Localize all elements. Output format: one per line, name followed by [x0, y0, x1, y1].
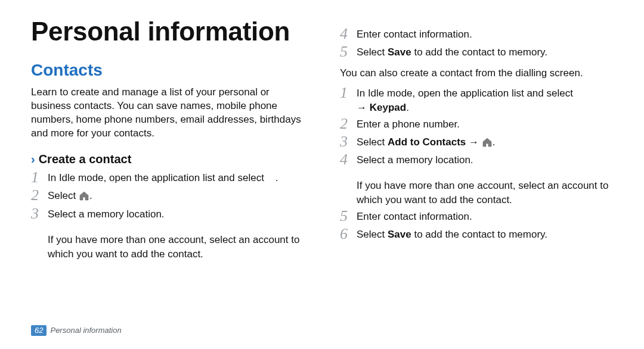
section-intro: Learn to create and manage a list of you… — [31, 86, 304, 141]
step-number: 4 — [340, 26, 357, 42]
subheading-text: Create a contact — [39, 152, 132, 166]
step-body: In Idle mode, open the application list … — [48, 171, 304, 185]
step-number: 2 — [340, 116, 357, 132]
step-number: 5 — [340, 44, 357, 60]
alt-step-1: 1 In Idle mode, open the application lis… — [340, 86, 613, 115]
alt-step-4: 4 Select a memory location. — [340, 153, 613, 169]
step-body: Select Save to add the contact to memory… — [357, 45, 613, 60]
step-number: 1 — [31, 170, 48, 185]
step-3-note: If you have more than one account, selec… — [48, 233, 304, 261]
alt-steps-cont: 5 Enter contact information. 6 Select Sa… — [340, 210, 613, 243]
alt-step-3: 3 Select Add to Contacts → . — [340, 135, 613, 151]
step-number: 5 — [340, 208, 357, 224]
section-heading-contacts: Contacts — [31, 61, 304, 80]
step-number: 4 — [340, 152, 357, 167]
step-body: Enter contact information. — [357, 27, 613, 42]
footer-label: Personal information — [50, 326, 121, 335]
step-3: 3 Select a memory location. — [31, 207, 304, 223]
step-body: Select a memory location. — [357, 153, 613, 167]
step-body: Select . — [48, 189, 304, 205]
step-number: 3 — [340, 134, 357, 149]
step-number: 6 — [340, 226, 357, 242]
step-body: Select a memory location. — [48, 207, 304, 222]
left-column: Personal information Contacts Learn to c… — [31, 18, 304, 263]
alt-step-5: 5 Enter contact information. — [340, 210, 613, 225]
alt-step-2: 2 Enter a phone number. — [340, 117, 613, 133]
step-body: Enter contact information. — [357, 210, 613, 224]
house-icon — [79, 191, 89, 205]
subheading-create-contact: ›Create a contact — [31, 152, 304, 166]
step-body: Select Save to add the contact to memory… — [357, 228, 613, 242]
alt-step-6: 6 Select Save to add the contact to memo… — [340, 228, 613, 243]
house-icon — [482, 137, 493, 151]
two-column-layout: Personal information Contacts Learn to c… — [31, 18, 613, 263]
step-2: 2 Select . — [31, 189, 304, 205]
step-5: 5 Select Save to add the contact to memo… — [340, 45, 613, 61]
step-4: 4 Enter contact information. — [340, 27, 613, 43]
step-number: 2 — [31, 188, 48, 203]
alt-step-4-note: If you have more than one account, selec… — [357, 179, 613, 207]
page-title: Personal information — [31, 18, 304, 45]
create-steps-cont: 4 Enter contact information. 5 Select Sa… — [340, 27, 613, 61]
alt-intro: You can also create a contact from the d… — [340, 67, 613, 80]
manual-page: Personal information Contacts Learn to c… — [0, 0, 644, 349]
page-number: 62 — [31, 325, 47, 336]
step-body: Enter a phone number. — [357, 117, 613, 132]
step-body: Select Add to Contacts → . — [357, 135, 613, 151]
step-body: In Idle mode, open the application list … — [357, 86, 613, 115]
chevron-icon: › — [31, 152, 35, 166]
right-column: 4 Enter contact information. 5 Select Sa… — [340, 18, 613, 263]
step-1: 1 In Idle mode, open the application lis… — [31, 171, 304, 186]
step-number: 3 — [31, 206, 48, 222]
step-number: 1 — [340, 85, 357, 101]
create-steps: 1 In Idle mode, open the application lis… — [31, 171, 304, 223]
alt-steps: 1 In Idle mode, open the application lis… — [340, 86, 613, 169]
page-footer: 62Personal information — [31, 325, 122, 336]
